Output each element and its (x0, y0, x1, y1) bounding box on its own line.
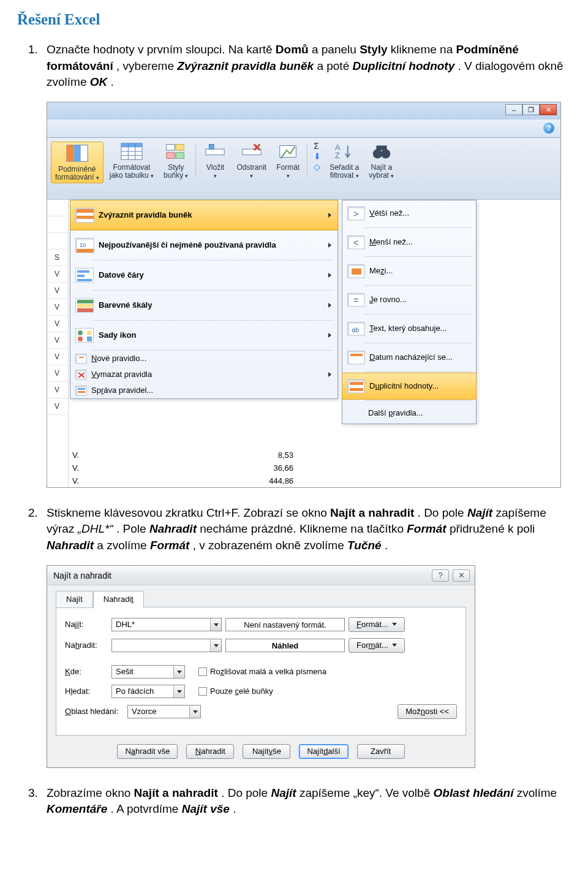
svg-text:=: = (353, 295, 358, 305)
find-format-button[interactable]: Formát... (349, 617, 405, 632)
t: zvolíme (517, 786, 557, 799)
submenu-duplicate-values[interactable]: Duplicitní hodnoty... (342, 373, 477, 400)
search-select[interactable]: Po řádcích (111, 685, 185, 698)
t: Duplicitní hodnoty (352, 59, 454, 72)
t: Styly (168, 163, 184, 172)
t: Mezi... (369, 266, 393, 275)
svg-text:>: > (353, 209, 358, 219)
replace-input[interactable] (111, 639, 222, 652)
menu-data-bars[interactable]: Datové čáry (70, 261, 337, 290)
submenu-equal[interactable]: = Je rovno... (342, 287, 476, 313)
svg-rect-2 (74, 145, 80, 161)
help-icon[interactable]: ? (543, 123, 554, 134)
ribbon-format[interactable]: Formát▾ (273, 142, 303, 180)
menu-clear-rules[interactable]: Vymazat pravidla (70, 367, 337, 382)
menu-new-rule[interactable]: Nové pravidlo... (70, 351, 337, 367)
window-min-button[interactable]: – (505, 104, 522, 115)
fill-icon[interactable]: ⬇ (314, 152, 321, 161)
svg-rect-10 (176, 144, 184, 150)
replace-format-button[interactable]: Formát... (349, 638, 405, 653)
close-button[interactable]: Zavřít (357, 744, 405, 759)
whole-cells-checkbox[interactable] (198, 687, 207, 696)
t: Formátovat (113, 163, 151, 172)
submenu-text-contains[interactable]: ab Text, který obsahuje... (342, 316, 476, 341)
t: Zobrazíme okno (47, 786, 134, 799)
chevron-right-icon (328, 333, 331, 338)
menu-top-bottom-rules[interactable]: 10 Nejpoužívanější či nejméně používaná … (70, 230, 337, 260)
submenu-date[interactable]: Datum nacházející se... (342, 344, 476, 370)
t: Nahradit (149, 522, 197, 535)
t: . Do pole (221, 786, 271, 799)
options-button[interactable]: Možnosti << (398, 704, 457, 719)
t: zapíšeme „key“. Ve volbě (300, 786, 434, 799)
replace-button[interactable]: Nahradit (186, 744, 234, 759)
window-close-button[interactable]: ✕ (540, 104, 557, 115)
eq-icon: = (347, 293, 364, 306)
tab-replace[interactable]: Nahradit (93, 591, 144, 608)
menu-highlight-rules[interactable]: Zvýraznit pravidla buněk (70, 200, 338, 230)
find-input[interactable]: DHL* (111, 618, 222, 631)
dialog-close-button[interactable]: ✕ (453, 569, 470, 582)
svg-rect-47 (78, 391, 85, 393)
autosum-icon[interactable]: Σ (314, 142, 321, 150)
lt-icon: < (347, 235, 364, 249)
text-contains-icon: ab (347, 322, 364, 335)
t: Najít a nahradit (134, 786, 218, 799)
ribbon-insert[interactable]: Vložit▾ (200, 142, 230, 180)
sort-icon: AZ (333, 142, 356, 161)
submenu-between[interactable]: Mezi... (342, 258, 476, 284)
dropdown-icon[interactable] (210, 618, 221, 631)
window-restore-button[interactable]: ❐ (522, 104, 540, 115)
t: Označte hodnoty v prvním sloupci. Na kar… (47, 43, 276, 56)
svg-point-37 (87, 330, 92, 335)
t: Formát (407, 522, 446, 535)
svg-text:<: < (353, 238, 358, 248)
ribbon-conditional-formatting[interactable]: Podmíněnéformátování ▾ (51, 142, 104, 183)
ribbon-sort-filter[interactable]: AZ Seřadit afiltrovat ▾ (326, 142, 363, 180)
step-3-num: 3. (28, 785, 38, 802)
submenu-more-rules[interactable]: Další pravidla... (342, 402, 476, 424)
menu-manage-rules[interactable]: Správa pravidel... (70, 382, 337, 398)
ribbon-find-select[interactable]: Najít avybrat ▾ (365, 142, 398, 180)
svg-rect-12 (176, 153, 184, 159)
lookin-select[interactable]: Vzorce (127, 705, 201, 718)
find-replace-dialog: Najít a nahradit ? ✕ Najít Nahradit Nají… (47, 566, 475, 767)
t: . Do pole (418, 506, 467, 519)
table-icon (120, 142, 143, 161)
new-rule-icon (75, 354, 86, 363)
svg-rect-39 (87, 337, 92, 341)
submenu-less-than[interactable]: < Menší než... (342, 229, 476, 255)
ribbon-cell-styles[interactable]: Stylybuňky ▾ (160, 142, 192, 180)
t: Datové čáry (99, 270, 144, 280)
svg-rect-34 (77, 304, 93, 308)
between-icon (347, 264, 364, 278)
color-scales-icon (75, 298, 94, 313)
svg-rect-30 (77, 270, 89, 273)
find-all-button[interactable]: Najít vše (243, 744, 290, 759)
top-bottom-icon: 10 (75, 238, 94, 253)
svg-rect-4 (121, 143, 142, 147)
t: Duplicitní hodnoty... (369, 381, 439, 390)
label-whole-cells: Pouze celé buňky (210, 687, 273, 696)
svg-rect-15 (243, 149, 261, 155)
replace-all-button[interactable]: Nahradit vše (117, 744, 178, 759)
match-case-checkbox[interactable] (198, 668, 207, 676)
ribbon-autosum-group: Σ ⬇ ◇ (311, 142, 323, 171)
t: buňky (164, 171, 183, 180)
find-replace-screenshot: Najít a nahradit ? ✕ Najít Nahradit Nají… (47, 565, 475, 768)
dialog-titlebar: Najít a nahradit ? ✕ (47, 566, 475, 585)
t: OK (90, 75, 108, 88)
menu-icon-sets[interactable]: Sady ikon (70, 321, 337, 350)
dropdown-icon[interactable] (210, 639, 221, 652)
submenu-greater-than[interactable]: > Větší než... (342, 200, 476, 226)
svg-point-36 (78, 330, 83, 335)
tab-find[interactable]: Najít (56, 591, 93, 608)
menu-color-scales[interactable]: Barevné škály (70, 291, 337, 320)
clear-icon[interactable]: ◇ (314, 162, 321, 171)
find-next-button[interactable]: Najít další (299, 744, 348, 759)
dialog-help-button[interactable]: ? (432, 569, 449, 582)
ribbon-delete[interactable]: Odstranit▾ (233, 142, 270, 180)
ribbon-format-as-table[interactable]: Formátovatjako tabulku ▾ (106, 142, 157, 180)
delete-icon (240, 142, 263, 161)
where-select[interactable]: Sešit (111, 665, 185, 679)
